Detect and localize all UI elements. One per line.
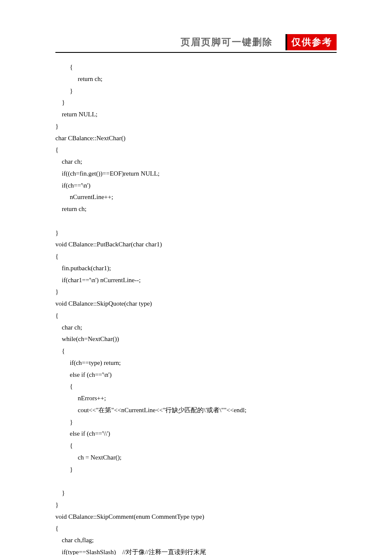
page-header: 页眉页脚可一键删除 仅供参考 <box>55 34 337 53</box>
header-title: 页眉页脚可一键删除 <box>181 36 273 49</box>
code-content: { return ch; } } return NULL; } char CBa… <box>55 61 337 555</box>
document-page: 页眉页脚可一键删除 仅供参考 { return ch; } } return N… <box>0 0 392 555</box>
header-stamp: 仅供参考 <box>285 34 337 50</box>
